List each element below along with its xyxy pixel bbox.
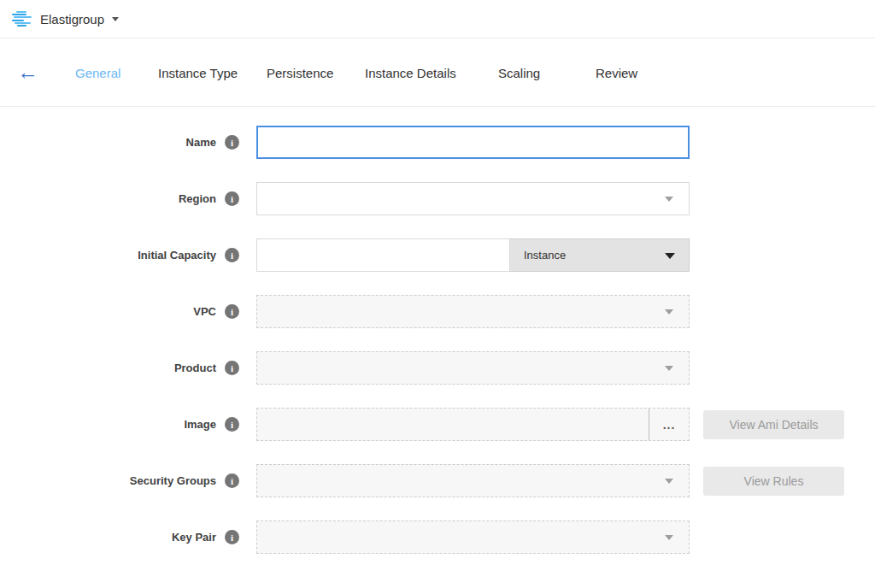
name-info-icon[interactable]	[225, 135, 239, 150]
security-groups-select	[256, 464, 690, 497]
image-input-value	[257, 409, 649, 440]
security-groups-info-icon[interactable]	[225, 473, 239, 488]
name-row: Name	[0, 126, 875, 159]
vpc-info-icon[interactable]	[225, 304, 239, 319]
capacity-unit-value: Instance	[524, 249, 566, 262]
app-switcher-caret-icon[interactable]	[112, 17, 119, 21]
image-row: Image ... View Ami Details	[0, 408, 875, 441]
image-info-icon[interactable]	[225, 417, 239, 432]
product-select	[256, 351, 690, 385]
image-browse-button[interactable]: ...	[649, 409, 689, 440]
general-form: Name Region Initial Capacity Instance	[0, 107, 875, 554]
product-label: Product	[174, 362, 216, 374]
key-pair-label: Key Pair	[172, 531, 216, 544]
image-label: Image	[184, 418, 216, 431]
security-groups-row: Security Groups View Rules	[0, 464, 875, 497]
region-select[interactable]	[256, 182, 690, 215]
initial-capacity-label: Initial Capacity	[138, 249, 216, 262]
view-rules-button[interactable]: View Rules	[703, 467, 844, 496]
key-pair-row: Key Pair	[0, 520, 875, 554]
elastigroup-logo-icon	[12, 11, 32, 27]
image-input: ...	[256, 408, 690, 441]
vpc-label: VPC	[193, 305, 216, 318]
tab-instance-details[interactable]: Instance Details	[365, 65, 456, 79]
region-row: Region	[0, 182, 875, 215]
tab-review[interactable]: Review	[596, 65, 637, 79]
wizard-tab-bar: ← General Instance Type Persistence Inst…	[0, 38, 875, 107]
tab-instance-type[interactable]: Instance Type	[158, 65, 238, 79]
security-groups-label: Security Groups	[130, 474, 216, 487]
vpc-row: VPC	[0, 295, 875, 328]
product-row: Product	[0, 351, 875, 385]
tab-scaling[interactable]: Scaling	[498, 65, 540, 79]
capacity-unit-caret-icon	[665, 253, 675, 259]
initial-capacity-input[interactable]	[256, 238, 510, 272]
region-info-icon[interactable]	[225, 191, 239, 206]
tab-persistence[interactable]: Persistence	[267, 65, 333, 79]
product-info-icon[interactable]	[225, 361, 239, 375]
tab-general[interactable]: General	[75, 65, 120, 79]
view-ami-details-button[interactable]: View Ami Details	[703, 410, 844, 439]
region-label: Region	[179, 192, 216, 205]
key-pair-select	[256, 520, 690, 554]
name-label: Name	[186, 136, 216, 149]
app-name: Elastigroup	[40, 12, 104, 26]
capacity-unit-select[interactable]: Instance	[510, 238, 690, 272]
back-arrow-icon[interactable]: ←	[17, 62, 38, 83]
initial-capacity-info-icon[interactable]	[225, 248, 239, 262]
top-bar: Elastigroup	[0, 0, 875, 38]
initial-capacity-row: Initial Capacity Instance	[0, 238, 875, 272]
vpc-select	[256, 295, 690, 328]
name-input[interactable]	[256, 126, 690, 159]
key-pair-info-icon[interactable]	[225, 530, 239, 544]
